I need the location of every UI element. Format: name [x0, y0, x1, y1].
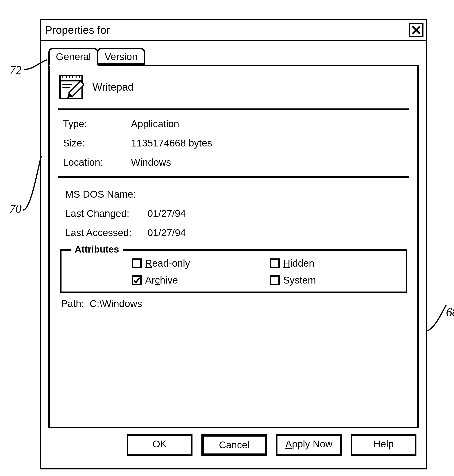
diagram-stage: Properties for General Version: [9, 9, 454, 476]
properties-grid-1: Type: Application Size: 1135174668 bytes…: [63, 118, 409, 168]
msdos-value: [147, 189, 409, 200]
callout-70: 70: [9, 202, 22, 216]
close-button[interactable]: [409, 23, 424, 37]
checkbox-label: System: [283, 275, 316, 286]
cancel-button[interactable]: Cancel: [201, 434, 267, 456]
tab-panel-general: Writepad Type: Application Size: 1135174…: [48, 65, 419, 428]
attributes-group: Attributes Read-only Hidden: [60, 249, 407, 293]
apply-now-button[interactable]: Apply Now: [276, 434, 342, 456]
location-label: Location:: [63, 157, 131, 168]
writepad-icon: [58, 74, 84, 100]
checkbox-label: Read-only: [145, 258, 190, 269]
type-label: Type:: [63, 118, 131, 129]
attributes-legend: Attributes: [71, 244, 123, 255]
lastaccessed-label: Last Accessed:: [65, 227, 147, 238]
checkbox-system[interactable]: System: [270, 275, 401, 286]
tab-version[interactable]: Version: [97, 48, 145, 65]
location-value: Windows: [131, 157, 409, 168]
checkbox-box: [132, 258, 142, 268]
separator: [58, 176, 409, 178]
size-label: Size:: [63, 137, 131, 149]
lastaccessed-value: 01/27/94: [147, 227, 409, 238]
window-title: Properties for: [45, 24, 110, 36]
checkbox-box: [270, 258, 280, 268]
callout-68: 68: [446, 305, 454, 319]
ok-button[interactable]: OK: [127, 434, 192, 456]
attributes-grid: Read-only Hidden Archive: [132, 258, 401, 286]
lastchanged-label: Last Changed:: [65, 208, 147, 219]
help-button[interactable]: Help: [351, 434, 416, 456]
path-row: Path: C:\Windows: [61, 298, 409, 309]
msdos-label: MS DOS Name:: [65, 189, 147, 200]
button-row: OK Cancel Apply Now Help: [41, 434, 416, 456]
checkbox-box: [270, 275, 280, 285]
tab-general[interactable]: General: [48, 48, 98, 66]
checkbox-label: Archive: [145, 275, 178, 286]
lastchanged-value: 01/27/94: [147, 208, 409, 219]
tab-bar: General Version: [48, 48, 426, 66]
file-header: Writepad: [58, 73, 409, 106]
svg-rect-3: [60, 76, 82, 81]
checkbox-label: Hidden: [283, 258, 314, 269]
check-icon: [133, 277, 140, 284]
properties-dialog: Properties for General Version: [40, 19, 427, 469]
checkbox-readonly[interactable]: Read-only: [132, 258, 263, 269]
file-name: Writepad: [92, 81, 134, 93]
separator: [58, 108, 409, 110]
checkbox-hidden[interactable]: Hidden: [270, 258, 401, 269]
path-value: C:\Windows: [90, 298, 142, 309]
type-value: Application: [131, 118, 409, 129]
properties-grid-2: MS DOS Name: Last Changed: 01/27/94 Last…: [65, 189, 409, 238]
titlebar: Properties for: [41, 20, 426, 41]
callout-72: 72: [9, 63, 22, 77]
size-value: 1135174668 bytes: [131, 137, 409, 149]
checkbox-archive[interactable]: Archive: [132, 275, 263, 286]
checkbox-box: [132, 275, 142, 285]
path-label: Path:: [61, 298, 84, 309]
close-icon: [411, 25, 421, 35]
